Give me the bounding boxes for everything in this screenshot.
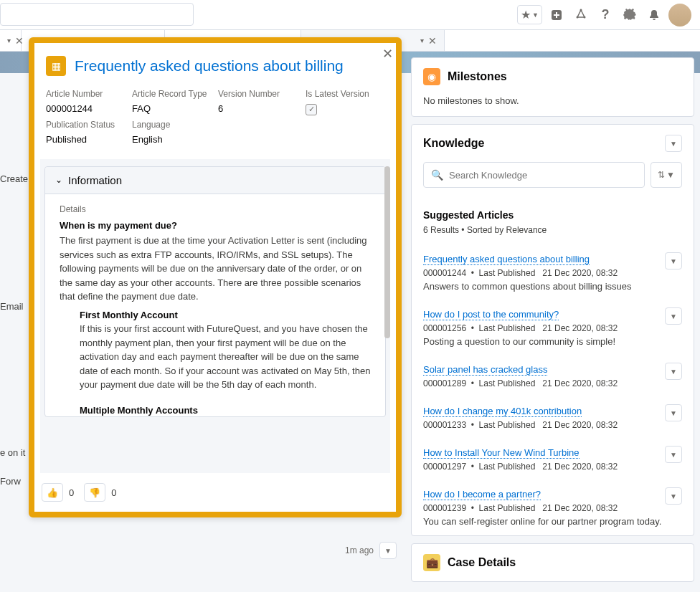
suggested-articles-header: Suggested Articles <box>412 198 694 225</box>
chevron-down-icon: ▾ <box>420 37 424 44</box>
svg-point-1 <box>580 9 582 11</box>
thumbs-down-button[interactable]: 👎 <box>84 483 105 502</box>
milestones-title: Milestones <box>448 70 507 83</box>
svg-point-2 <box>584 16 586 18</box>
article-item: How to Install Your New Wind Turbine0000… <box>412 439 694 480</box>
case-icon: 💼 <box>423 554 440 571</box>
timestamp: 1m ago ▼ <box>345 542 397 559</box>
article-meta: 000001289 • Last Published 21 Dec 2020, … <box>423 378 682 388</box>
article-snippet: Posting a question to our community is s… <box>423 336 682 347</box>
article-menu-button[interactable]: ▼ <box>665 487 682 505</box>
article-link[interactable]: How to Install Your New Wind Turbine <box>423 447 580 459</box>
dislike-count: 0 <box>111 487 116 498</box>
chevron-down-icon: ▾ <box>7 37 11 44</box>
modal-title: Frequently asked questions about billing <box>75 57 344 75</box>
help-icon[interactable]: ? <box>595 5 615 25</box>
chevron-down-icon: ▼ <box>670 257 677 265</box>
article-meta: 000001239 • Last Published 21 Dec 2020, … <box>423 503 682 513</box>
case-details-panel: 💼 Case Details <box>411 543 694 582</box>
star-icon: ★ <box>521 8 531 22</box>
global-search-input[interactable] <box>0 3 194 26</box>
knowledge-search[interactable]: 🔍 <box>423 162 645 188</box>
article-icon: ▦ <box>46 56 66 76</box>
chevron-down-icon: ▼ <box>670 368 677 376</box>
article-item: How do I change my 401k contribution0000… <box>412 397 694 439</box>
article-link[interactable]: How do I become a partner? <box>423 489 541 500</box>
chevron-down-icon: ▼ <box>384 547 392 555</box>
milestone-icon: ◉ <box>423 68 440 85</box>
thumbs-up-button[interactable]: 👍 <box>42 483 63 502</box>
article-body: Details When is my payment due? The firs… <box>45 194 385 416</box>
checkbox-checked-icon: ✓ <box>306 104 317 115</box>
knowledge-search-input[interactable] <box>449 170 637 181</box>
sort-icon: ⇅ <box>658 170 665 180</box>
knowledge-menu-button[interactable]: ▼ <box>665 135 682 152</box>
chevron-down-icon: ▼ <box>666 170 675 180</box>
scrollbar[interactable] <box>384 166 390 338</box>
user-avatar[interactable] <box>668 4 691 27</box>
article-menu-button[interactable]: ▼ <box>665 363 682 380</box>
thumbs-up-icon: 👍 <box>47 487 58 498</box>
chevron-down-icon: ⌄ <box>55 175 62 185</box>
article-meta: 000001233 • Last Published 21 Dec 2020, … <box>423 420 682 430</box>
article-menu-button[interactable]: ▼ <box>665 252 682 269</box>
milestones-empty-text: No milestones to show. <box>412 95 694 116</box>
article-menu-button[interactable]: ▼ <box>665 446 682 463</box>
article-metadata: Article Number Article Record Type Versi… <box>46 89 384 153</box>
timestamp-menu[interactable]: ▼ <box>379 542 397 559</box>
article-item: Frequently asked questions about billing… <box>412 245 694 300</box>
salesforce-icon[interactable] <box>571 5 591 25</box>
results-meta: 6 Results • Sorted by Relevance <box>412 225 694 245</box>
information-section-header[interactable]: ⌄ Information <box>45 167 385 194</box>
article-meta: 000001297 • Last Published 21 Dec 2020, … <box>423 462 682 472</box>
chevron-down-icon: ▼ <box>532 11 539 19</box>
thumbs-down-icon: 👎 <box>89 487 100 498</box>
close-icon[interactable]: ✕ <box>382 46 393 62</box>
svg-point-3 <box>577 16 579 18</box>
article-snippet: You can self-register online for our par… <box>423 516 682 527</box>
article-item: How do I post to the community?000001256… <box>412 300 694 355</box>
chevron-down-icon: ▼ <box>670 312 677 320</box>
article-snippet: Answers to common questions about billin… <box>423 281 682 292</box>
knowledge-panel: Knowledge ▼ 🔍 ⇅ ▼ Suggested Articles 6 R… <box>411 124 694 536</box>
favorites-button[interactable]: ★▼ <box>517 5 542 24</box>
search-icon: 🔍 <box>431 169 443 181</box>
chevron-down-icon: ▼ <box>670 409 677 417</box>
knowledge-title: Knowledge <box>423 137 484 150</box>
close-icon[interactable]: ✕ <box>428 35 437 47</box>
article-menu-button[interactable]: ▼ <box>665 404 682 421</box>
article-link[interactable]: How do I change my 401k contribution <box>423 406 582 417</box>
milestones-panel: ◉ Milestones No milestones to show. <box>411 57 694 117</box>
article-link[interactable]: Solar panel has cracked glass <box>423 364 547 376</box>
gear-icon[interactable] <box>620 5 640 25</box>
workspace-tab[interactable]: ▾✕ <box>0 30 22 51</box>
case-details-title: Case Details <box>448 556 516 569</box>
article-link[interactable]: Frequently asked questions about billing <box>423 254 590 265</box>
notification-icon[interactable] <box>644 5 664 25</box>
article-meta: 000001244 • Last Published 21 Dec 2020, … <box>423 268 682 278</box>
article-meta: 000001256 • Last Published 21 Dec 2020, … <box>423 323 682 333</box>
chevron-down-icon: ▼ <box>670 140 677 148</box>
article-link[interactable]: How do I post to the community? <box>423 309 559 320</box>
global-header: ★▼ ? <box>0 0 700 30</box>
article-preview-modal: ✕ ▦ Frequently asked questions about bil… <box>29 37 402 517</box>
article-item: Solar panel has cracked glass000001289 •… <box>412 355 694 397</box>
chevron-down-icon: ▼ <box>670 451 677 459</box>
like-count: 0 <box>69 487 74 498</box>
add-icon[interactable] <box>547 5 567 25</box>
chevron-down-icon: ▼ <box>670 492 677 500</box>
article-item: How do I become a partner?000001239 • La… <box>412 480 694 535</box>
article-menu-button[interactable]: ▼ <box>665 307 682 325</box>
sort-button[interactable]: ⇅ ▼ <box>651 162 682 188</box>
